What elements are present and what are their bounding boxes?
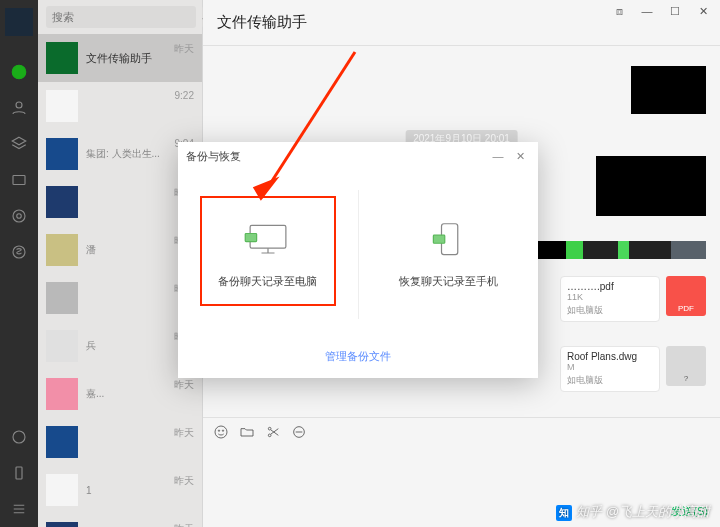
svg-point-0 <box>12 65 26 79</box>
chat-list-item[interactable]: 9:22 <box>38 82 202 130</box>
backup-restore-modal: 备份与恢复 — ✕ 备份聊天记录至电脑 恢复聊天记录至手机 管理备份文件 <box>178 142 538 378</box>
close-icon[interactable]: ✕ <box>690 2 716 20</box>
backup-to-pc-option[interactable]: 备份聊天记录至电脑 <box>178 170 358 339</box>
history-icon[interactable] <box>291 424 307 444</box>
media-thumb[interactable] <box>596 156 706 216</box>
manage-backup-link[interactable]: 管理备份文件 <box>178 339 538 378</box>
svg-point-8 <box>215 426 227 438</box>
svg-point-3 <box>13 210 25 222</box>
chat-icon[interactable] <box>9 62 29 82</box>
monitor-icon <box>242 220 294 260</box>
chat-list-item[interactable]: 昨天 <box>38 418 202 466</box>
pdf-file-icon: PDF <box>666 276 706 316</box>
menu-icon[interactable] <box>9 499 29 519</box>
maximize-icon[interactable]: ☐ <box>662 2 688 20</box>
side-navbar <box>0 0 38 527</box>
svg-rect-2 <box>13 176 25 185</box>
modal-close-icon[interactable]: ✕ <box>510 150 530 163</box>
emoji-icon[interactable] <box>213 424 229 444</box>
self-avatar[interactable] <box>5 8 33 36</box>
svg-point-11 <box>268 434 271 437</box>
svg-point-12 <box>268 427 271 430</box>
svg-rect-7 <box>16 467 22 479</box>
chat-list-item[interactable]: 文件传输助手昨天 <box>38 34 202 82</box>
moments-icon[interactable] <box>9 206 29 226</box>
svg-point-4 <box>17 214 22 219</box>
files-icon[interactable] <box>9 170 29 190</box>
watermark: 知知乎 @飞上天的小高甜 <box>556 503 710 521</box>
pin-icon[interactable]: ⧈ <box>606 2 632 20</box>
svg-point-5 <box>13 246 25 258</box>
file-bubble[interactable]: Roof Plans.dwg M 如电脑版 <box>560 346 660 392</box>
backup-label: 备份聊天记录至电脑 <box>218 274 317 289</box>
svg-point-1 <box>16 102 22 108</box>
phone-icon <box>422 220 474 260</box>
media-thumb[interactable] <box>631 66 706 114</box>
file-bubble[interactable]: ……….pdf 11K 如电脑版 <box>560 276 660 322</box>
phone-icon[interactable] <box>9 427 29 447</box>
chat-list-item[interactable]: 昨天 <box>38 514 202 527</box>
svg-rect-15 <box>245 234 256 242</box>
miniprogram-icon[interactable] <box>9 242 29 262</box>
scissors-icon[interactable] <box>265 424 281 444</box>
svg-rect-17 <box>434 235 445 243</box>
minimize-icon[interactable]: — <box>634 2 660 20</box>
svg-point-6 <box>13 431 25 443</box>
chat-list-item[interactable]: 1昨天 <box>38 466 202 514</box>
search-input[interactable] <box>46 6 196 28</box>
restore-label: 恢复聊天记录至手机 <box>399 274 498 289</box>
svg-point-9 <box>218 430 219 431</box>
media-strip[interactable] <box>531 241 706 259</box>
restore-to-phone-option[interactable]: 恢复聊天记录至手机 <box>359 170 539 339</box>
contacts-icon[interactable] <box>9 98 29 118</box>
collection-icon[interactable] <box>9 134 29 154</box>
modal-minimize-icon[interactable]: — <box>488 150 508 163</box>
modal-title: 备份与恢复 <box>186 149 241 164</box>
svg-point-10 <box>222 430 223 431</box>
unknown-file-icon: ? <box>666 346 706 386</box>
window-controls: ⧈ — ☐ ✕ <box>606 2 716 20</box>
mobile-icon[interactable] <box>9 463 29 483</box>
folder-icon[interactable] <box>239 424 255 444</box>
